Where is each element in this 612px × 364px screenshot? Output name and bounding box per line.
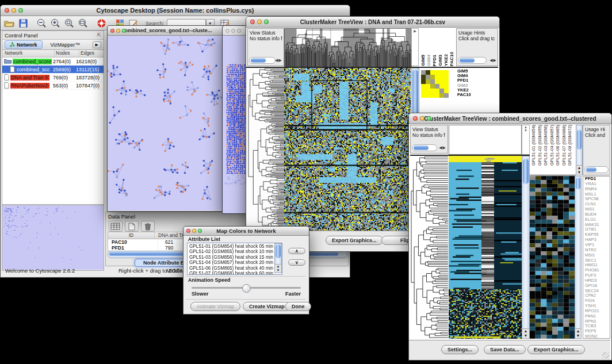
tv1-export-graphics-button[interactable]: Export Graphics... xyxy=(326,236,383,245)
zoom-in-icon[interactable] xyxy=(49,17,62,29)
tv2-row-dendrogram[interactable] xyxy=(410,156,448,339)
tv2-heatmap-vscrollbar[interactable]: ▲▼ xyxy=(522,156,530,339)
birdseye-view[interactable] xyxy=(2,205,104,270)
minimize-button[interactable] xyxy=(420,116,424,121)
attribute-list-item[interactable]: GPL51-02 (GSM855) heat shock 10 min xyxy=(188,249,273,254)
tv1-gene-label[interactable]: PAC10 xyxy=(457,93,471,97)
minimize-button[interactable] xyxy=(192,229,196,233)
tv2-column-label[interactable]: GPL51-02 (GSM855) xyxy=(537,125,544,166)
tv1-hints-hscrollbar[interactable] xyxy=(458,57,487,64)
tv1-column-label[interactable]: GIM4 xyxy=(426,55,432,66)
close-button[interactable] xyxy=(413,116,418,121)
slider-thumb[interactable] xyxy=(242,284,251,293)
tab-vizmapper[interactable]: VizMapper™ xyxy=(51,42,81,48)
tv2-column-tree-area[interactable] xyxy=(449,125,522,155)
move-up-button[interactable]: ∧ xyxy=(288,248,305,254)
tv2-hints-hscrollbar[interactable] xyxy=(584,166,609,173)
zoom-button[interactable] xyxy=(18,8,23,13)
tv2-settings-button[interactable]: Settings... xyxy=(441,345,479,354)
tv2-labels-vscrollbar[interactable]: ▲▼ xyxy=(576,125,583,175)
tv1-col-scroll-strip[interactable]: ▶ xyxy=(411,28,419,66)
zoom-out-icon[interactable] xyxy=(35,17,48,29)
tv1-column-label[interactable]: YKE2 xyxy=(443,54,449,66)
zoom-button[interactable] xyxy=(427,116,431,121)
attribute-list-item[interactable]: GPL51-07 (GSM868) heat shock 60 min xyxy=(188,271,273,275)
create-vizmap-button[interactable]: Create Vizmap xyxy=(243,302,291,311)
close-button[interactable] xyxy=(110,29,114,33)
move-down-button[interactable]: ∨ xyxy=(288,259,305,266)
zoom-fit-icon[interactable] xyxy=(76,17,89,29)
tv2-column-label[interactable]: GPL51-01 (GSM854) xyxy=(531,125,537,166)
tv2-gene-label[interactable]: MON2 xyxy=(583,334,610,339)
treeview2-titlebar[interactable]: ClusterMaker TreeView : combined_scores_… xyxy=(409,113,611,124)
tv2-export-graphics-button[interactable]: Export Graphics... xyxy=(527,345,585,354)
tv2-coltree-scroll-strip[interactable]: ▲▼ xyxy=(522,125,530,155)
network-graph-canvas[interactable] xyxy=(108,36,225,210)
tv2-save-data-button[interactable]: Save Data... xyxy=(484,345,526,354)
tab-network[interactable]: Network xyxy=(5,40,43,49)
attribute-list-vscrollbar[interactable]: ▲▼ xyxy=(274,243,282,273)
animate-vizmap-button[interactable]: Animate Vizmap xyxy=(190,302,240,311)
tv1-gene-labels[interactable]: GIM5GIM4PFD1GIM3YKE2PAC10 xyxy=(457,69,471,97)
tv2-status-scroll-arrows[interactable]: ◀▶ xyxy=(439,145,446,150)
network-tree-row[interactable]: combined_sco2569(6)13112(15) xyxy=(2,66,104,74)
minimize-button[interactable] xyxy=(257,20,262,24)
close-button[interactable] xyxy=(225,29,230,33)
tv1-heatmap[interactable] xyxy=(284,68,411,231)
attribute-list-item[interactable]: GPL51-03 (GSM856) heat shock 15 min xyxy=(188,255,273,260)
table-icon[interactable] xyxy=(109,221,123,232)
help-ring-icon[interactable] xyxy=(95,17,108,29)
tv2-column-label[interactable]: GPL51-08 (GSM872) xyxy=(567,125,573,166)
tv1-column-label[interactable]: GIM5 xyxy=(420,55,426,66)
tv2-minimap-heatmap[interactable] xyxy=(530,176,575,339)
tv2-gene-list[interactable]: PFD1YRA1RNR4MSL1SPC98CLN1NIS1BUD4ELG1MAK… xyxy=(583,176,610,339)
tv1-column-label[interactable]: PAC10 xyxy=(449,52,455,66)
attribute-list[interactable]: GPL51-01 (GSM854) heat shock 05 minGPL51… xyxy=(188,244,273,275)
attribute-list-item[interactable]: GPL51-01 (GSM854) heat shock 05 min xyxy=(188,244,273,249)
tv2-column-label[interactable]: GPL51-07 (GSM868) xyxy=(561,125,568,166)
tv2-column-label[interactable]: GPL51-04 (GSM857) xyxy=(549,125,556,166)
zoom-button[interactable] xyxy=(237,29,241,33)
dialog-titlebar[interactable]: Map Colors to Network xyxy=(183,227,309,236)
tv2-column-label[interactable]: GPL51-03 (GSM856) xyxy=(543,125,549,166)
network-view-titlebar[interactable]: combined_scores_good.txt--cluste... xyxy=(108,26,226,36)
open-folder-icon[interactable] xyxy=(3,17,16,29)
zoom-button[interactable] xyxy=(264,20,269,24)
minimize-button[interactable] xyxy=(231,29,235,33)
tv1-zoom-submatrix[interactable] xyxy=(421,70,449,98)
network-tree-row[interactable]: combined_scores2764(0)16218(0) xyxy=(2,58,104,66)
close-button[interactable] xyxy=(250,20,255,24)
minimize-button[interactable] xyxy=(12,8,16,13)
minimize-button[interactable] xyxy=(116,29,120,33)
treeview1-titlebar[interactable]: ClusterMaker TreeView : DNA and Tran 07-… xyxy=(246,17,499,28)
network-tree-row[interactable]: RNAPuberNov2+563(0)107847(0) xyxy=(2,82,104,90)
tv1-status-scroll-arrows[interactable]: ◀▶ xyxy=(275,58,282,63)
resize-grip[interactable] xyxy=(602,352,609,359)
close-button[interactable] xyxy=(186,229,190,233)
attribute-list-item[interactable]: GPL51-04 (GSM857) heat shock 20 min xyxy=(188,260,273,265)
tv1-column-dendrogram[interactable] xyxy=(284,28,412,67)
attribute-list-item[interactable]: GPL51-06 (GSM865) heat shock 40 min xyxy=(188,266,273,271)
done-button[interactable]: Done xyxy=(285,302,311,311)
close-button[interactable] xyxy=(5,8,9,13)
main-titlebar[interactable]: Cytoscape Desktop (Session Name: collins… xyxy=(1,5,350,16)
save-icon[interactable] xyxy=(17,17,29,29)
tv1-status-hscrollbar[interactable] xyxy=(249,57,276,64)
tv2-status-hscrollbar[interactable] xyxy=(412,144,437,151)
zoom-button[interactable] xyxy=(198,229,202,233)
animation-speed-slider[interactable] xyxy=(192,287,301,289)
zoom-selected-icon[interactable] xyxy=(63,17,75,29)
page-icon[interactable] xyxy=(125,221,139,232)
tv2-column-label[interactable]: GPL51-06 (GSM865) xyxy=(555,125,561,166)
tv1-row-dendrogram[interactable] xyxy=(247,68,284,231)
float-panel-icon[interactable]: ⇱ xyxy=(97,32,101,38)
tv2-column-labels[interactable]: GPL51-01 (GSM854)GPL51-02 (GSM855)GPL51-… xyxy=(530,125,576,175)
tv1-column-label[interactable]: PFD1 xyxy=(432,55,438,66)
tv2-heatmap[interactable] xyxy=(449,156,522,339)
trash-icon[interactable] xyxy=(141,221,155,232)
zoom-button[interactable] xyxy=(122,29,126,33)
tv1-column-label[interactable]: GIM3 xyxy=(438,55,443,66)
tv2-minimap-vscrollbar[interactable]: ▲▼ xyxy=(575,176,582,339)
tv1-hints-scroll-arrows[interactable]: ◀▶ xyxy=(489,58,497,63)
network-tree-row[interactable]: DNA and Tran 07769(0)183728(0) xyxy=(2,74,104,82)
